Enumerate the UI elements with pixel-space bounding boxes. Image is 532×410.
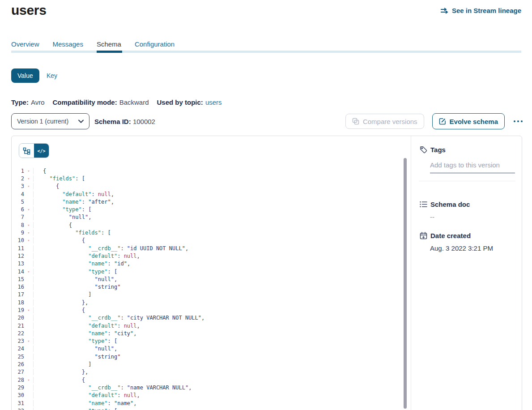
code-text: "string" — [33, 354, 120, 360]
date-created-section: Date created Aug. 3 2022 3:21 PM — [420, 232, 515, 252]
tags-title: Tags — [430, 146, 446, 154]
compatibility-field: Compatibility mode:Backward — [52, 98, 149, 106]
stream-lineage-link[interactable]: See in Stream lineage — [440, 7, 521, 14]
code-line: 11 "__crdb__": "id UUID NOT NULL", — [12, 244, 404, 252]
code-line: 32▾ "type": [ — [12, 407, 404, 410]
fold-toggle-icon[interactable]: ▾ — [24, 231, 33, 235]
code-text: ] — [33, 291, 91, 298]
line-number: 26 — [12, 361, 24, 367]
tree-view-button[interactable] — [19, 144, 34, 158]
tab-schema[interactable]: Schema — [97, 40, 121, 51]
line-number: 21 — [12, 323, 24, 329]
code-line: 7 "null", — [12, 214, 404, 221]
code-text: "__crdb__": "city VARCHAR NOT NULL", — [33, 315, 204, 321]
code-line: 5 "name": "after", — [12, 198, 404, 205]
date-created-header: Date created — [420, 232, 515, 239]
fold-toggle-icon[interactable]: ▾ — [24, 378, 33, 382]
compare-icon — [352, 118, 359, 125]
fold-toggle-icon[interactable]: ▾ — [24, 176, 33, 181]
tags-section: Tags — [420, 146, 515, 181]
schema-doc-value: -- — [430, 213, 515, 221]
code-text: "name": "id", — [33, 261, 130, 267]
schema-doc-section: Schema doc -- — [420, 201, 515, 221]
line-number: 15 — [12, 276, 24, 282]
date-created-value: Aug. 3 2022 3:21 PM — [430, 244, 515, 252]
code-line: 16 "string" — [12, 283, 404, 290]
topic-link[interactable]: users — [205, 98, 222, 106]
code-line: 13 "name": "id", — [12, 260, 404, 268]
more-options-button[interactable] — [513, 119, 523, 124]
code-text: ] — [33, 361, 91, 367]
code-line: 23▾ "type": [ — [12, 337, 404, 345]
code-text: "default": null, — [33, 191, 114, 197]
schema-doc-title: Schema doc — [430, 201, 470, 208]
chevron-down-icon — [78, 120, 84, 123]
code-line: 1▾{ — [12, 167, 404, 175]
code-line: 3▾ { — [12, 183, 404, 190]
code-text: "__crdb__": "name VARCHAR NULL", — [33, 384, 192, 391]
code-text: "default": null, — [33, 323, 140, 329]
code-line: 4 "default": null, — [12, 190, 404, 198]
stream-lineage-label: See in Stream lineage — [452, 7, 521, 14]
line-number: 25 — [12, 354, 24, 360]
tab-overview[interactable]: Overview — [11, 40, 39, 51]
tags-header: Tags — [420, 146, 515, 154]
code-text: "null", — [33, 346, 117, 352]
fold-toggle-icon[interactable]: ▾ — [24, 223, 33, 227]
fold-toggle-icon[interactable]: ▾ — [24, 169, 33, 173]
code-line: 28▾ { — [12, 376, 404, 384]
scrollbar-thumb[interactable] — [404, 158, 407, 409]
code-view-button[interactable]: </> — [34, 144, 49, 158]
code-lines: 1▾{2▾ "fields": [3▾ {4 "default": null,5… — [12, 167, 404, 410]
type-value: Avro — [31, 98, 45, 106]
line-number: 5 — [12, 199, 24, 205]
code-text: }, — [33, 299, 88, 306]
line-number: 7 — [12, 214, 24, 220]
code-line: 25 "string" — [12, 353, 404, 360]
key-toggle-link[interactable]: Key — [47, 72, 57, 79]
line-number: 31 — [12, 400, 24, 406]
edit-icon — [439, 118, 446, 125]
code-text: { — [33, 183, 59, 189]
code-line: 21 "default": null, — [12, 322, 404, 329]
code-line: 26 ] — [12, 360, 404, 368]
code-text: "default": null, — [33, 392, 140, 398]
line-number: 24 — [12, 346, 24, 352]
code-line: 30 "default": null, — [12, 392, 404, 399]
fold-toggle-icon[interactable]: ▾ — [24, 207, 33, 212]
code-text: "type": [ — [33, 408, 117, 410]
fold-toggle-icon[interactable]: ▾ — [24, 184, 33, 188]
code-text: "__crdb__": "id UUID NOT NULL", — [33, 245, 188, 252]
code-line: 9▾ "fields": [ — [12, 229, 404, 236]
code-text: "fields": [ — [33, 230, 111, 236]
value-toggle-button[interactable]: Value — [11, 68, 39, 83]
tags-input[interactable] — [430, 161, 515, 173]
line-number: 17 — [12, 291, 24, 298]
version-select[interactable]: Version 1 (current) — [11, 113, 89, 129]
tab-bar: Overview Messages Schema Configuration — [11, 40, 174, 51]
fold-toggle-icon[interactable]: ▾ — [24, 308, 33, 312]
code-line: 18 }, — [12, 299, 404, 306]
stream-lineage-icon — [440, 8, 449, 14]
version-select-value: Version 1 (current) — [17, 118, 68, 125]
code-line: 17 ] — [12, 291, 404, 299]
evolve-schema-button[interactable]: Evolve schema — [432, 113, 505, 129]
code-line: 20 "__crdb__": "city VARCHAR NOT NULL", — [12, 314, 404, 322]
line-number: 20 — [12, 315, 24, 321]
fold-toggle-icon[interactable]: ▾ — [24, 339, 33, 343]
evolve-schema-label: Evolve schema — [450, 118, 498, 125]
compare-versions-button[interactable]: Compare versions — [345, 114, 424, 129]
line-number: 14 — [12, 269, 24, 275]
tree-view-icon — [23, 147, 30, 155]
line-number: 16 — [12, 284, 24, 290]
tab-messages[interactable]: Messages — [53, 40, 83, 51]
tab-configuration[interactable]: Configuration — [135, 40, 174, 51]
code-text: { — [33, 237, 85, 243]
code-line: 8▾ { — [12, 221, 404, 229]
fold-toggle-icon[interactable]: ▾ — [24, 269, 33, 274]
line-number: 8 — [12, 222, 24, 228]
fold-toggle-icon[interactable]: ▾ — [24, 238, 33, 243]
line-number: 13 — [12, 261, 24, 267]
code-text: "name": "after", — [33, 199, 114, 205]
code-line: 12 "default": null, — [12, 252, 404, 260]
